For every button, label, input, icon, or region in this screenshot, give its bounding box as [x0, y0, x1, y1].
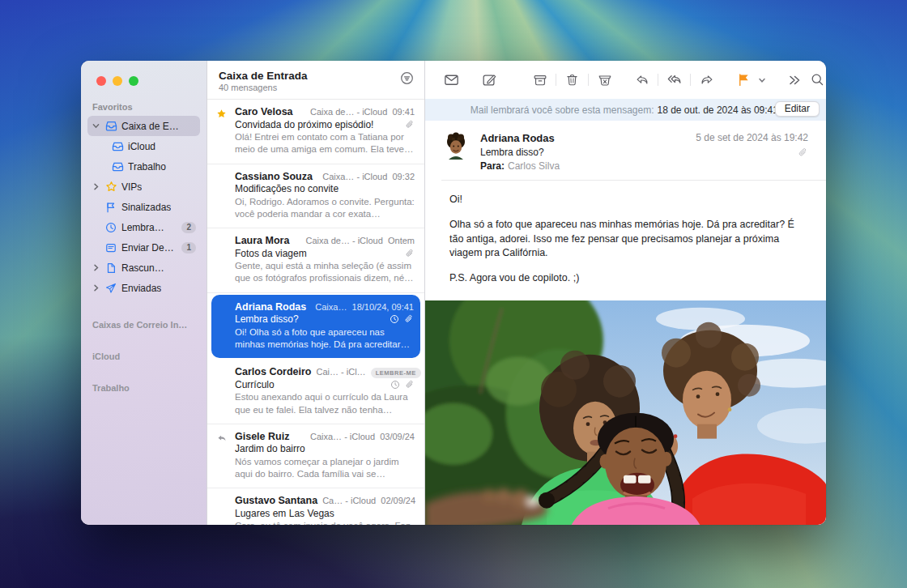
junk-button[interactable] [593, 70, 616, 91]
message-header: Adriana Rodas Lembra disso? Para:Carlos … [425, 121, 826, 180]
close-window-button[interactable] [96, 76, 106, 86]
compose-button[interactable] [477, 70, 500, 91]
reply-button[interactable] [630, 70, 654, 91]
banner-datetime: 18 de out. de 2024 às 09:41. [657, 104, 781, 116]
sidebar-item-label: iCloud [128, 141, 155, 152]
search-button[interactable] [806, 70, 826, 91]
email-mailbox: Ca… - iCloud [322, 496, 376, 505]
forward-button[interactable] [695, 70, 718, 91]
mailbox-title: Caixa de Entrada [219, 70, 413, 82]
flag-icon [104, 201, 117, 214]
reply-all-button[interactable] [662, 70, 686, 91]
sender-avatar[interactable] [441, 132, 471, 161]
zoom-window-button[interactable] [129, 76, 138, 86]
remind-clock-icon [390, 314, 399, 324]
document-icon [104, 262, 117, 275]
chevron-right-icon[interactable] [92, 284, 100, 292]
sidebar-item-sent[interactable]: Enviadas [87, 278, 200, 298]
more-toolbar-items-button[interactable] [782, 70, 806, 91]
email-sender: Laura Mora [235, 235, 289, 246]
send-later-icon [104, 241, 117, 254]
email-subject: Fotos da viagem [235, 248, 405, 259]
sidebar-item-label: Caixa de E… [121, 121, 179, 132]
sidebar-item-vips[interactable]: VIPs [87, 177, 200, 197]
email-sender: Cassiano Souza [235, 171, 313, 182]
sidebar-item-flagged[interactable]: Sinalizadas [87, 197, 200, 217]
chevron-down-icon[interactable] [92, 122, 100, 130]
message-subject: Lembra disso? [480, 147, 696, 158]
email-row[interactable]: Cassiano Souza Caixa… - iCloud 09:32 Mod… [207, 164, 424, 229]
email-mailbox: Caixa de… - iCloud [310, 107, 387, 117]
email-row[interactable]: Carlos Cordeiro Cai… - iCl… LEMBRE-ME Cu… [207, 360, 424, 424]
photo-attachment[interactable] [425, 300, 826, 525]
paperclip-icon [405, 120, 415, 130]
sidebar-section-favorites: Favoritos [87, 99, 200, 116]
email-subject: Lembra disso? [235, 313, 390, 325]
sidebar-item-send-later[interactable]: Enviar Dep… 1 [87, 237, 200, 258]
flag-button[interactable] [732, 70, 756, 91]
sidebar-item-label: VIPs [121, 181, 142, 193]
body-greeting: Oi! [449, 193, 805, 207]
inbox-icon [111, 160, 124, 173]
edit-reminder-button[interactable]: Editar [775, 101, 820, 117]
email-mailbox: Caixa… - iCloud [322, 172, 387, 181]
sidebar-item-inbox[interactable]: Caixa de E… [87, 116, 200, 136]
email-mailbox: Caixa… - iCloud [310, 432, 375, 441]
remind-me-banner: Mail lembrará você sobre esta mensagem: … [425, 99, 826, 121]
sidebar-item-label: Lembra… [121, 222, 164, 233]
email-sender: Caro Velosa [235, 106, 293, 117]
email-time: 02/09/24 [381, 496, 415, 505]
email-row[interactable]: Laura Mora Caixa de… - iCloud Ontem Foto… [207, 228, 424, 293]
inbox-icon [104, 120, 117, 133]
sidebar-item-label: Rascun… [121, 262, 164, 274]
sidebar-item-remind-me[interactable]: Lembra… 2 [87, 217, 200, 237]
archive-button[interactable] [528, 70, 551, 91]
email-mailbox: Caixa de… - iCloud [305, 236, 382, 245]
email-row[interactable]: Gustavo Santana Ca… - iCloud 02/09/24 Lu… [207, 488, 424, 525]
paperclip-icon [404, 314, 414, 324]
window-controls [81, 76, 207, 86]
flag-options-chevron-icon[interactable] [756, 70, 769, 91]
sidebar-item-label: Enviadas [121, 283, 161, 294]
email-preview: Olá! Entrei em contato com a Tatiana por… [235, 131, 415, 156]
email-preview: Estou anexando aqui o currículo da Laura… [235, 391, 415, 416]
paper-plane-icon [104, 282, 117, 295]
email-row[interactable]: Caro Velosa Caixa de… - iCloud 09:41 Con… [207, 100, 424, 164]
star-icon [104, 181, 117, 194]
reading-pane: Mail lembrará você sobre esta mensagem: … [425, 61, 826, 525]
body-paragraph: Olha só a foto que apareceu nas minhas m… [449, 218, 805, 261]
filter-button[interactable] [400, 71, 414, 85]
minimize-window-button[interactable] [113, 76, 122, 86]
message-sender-name: Adriana Rodas [480, 132, 696, 144]
email-subject: Lugares em Las Vegas [235, 508, 415, 519]
sidebar: Favoritos Caixa de E… iCloud [81, 61, 207, 525]
sidebar-item-inbox-icloud[interactable]: iCloud [87, 136, 200, 156]
chevron-right-icon[interactable] [92, 264, 100, 271]
trash-button[interactable] [560, 70, 584, 91]
email-row-selected[interactable]: Adriana Rodas Caixa… 18/10/24, 09:41 Lem… [211, 295, 420, 359]
email-preview: Gente, aqui está a minha seleção (é assi… [235, 260, 415, 285]
count-badge: 1 [181, 242, 196, 254]
mail-window: Favoritos Caixa de E… iCloud [81, 61, 826, 525]
sidebar-section-work: Trabalho [81, 383, 207, 393]
banner-text: Mail lembrará você sobre esta mensagem: [471, 104, 654, 116]
message-rows: Caro Velosa Caixa de… - iCloud 09:41 Con… [207, 100, 424, 525]
get-mail-button[interactable] [440, 70, 463, 91]
email-sender: Gustavo Santana [235, 495, 317, 506]
inbox-icon [111, 140, 124, 153]
chevron-right-icon[interactable] [92, 183, 100, 190]
attachment-paperclip-icon[interactable] [696, 147, 808, 158]
sidebar-section-other-mailboxes: Caixas de Correio In… [81, 320, 207, 330]
paperclip-icon [405, 249, 415, 258]
sidebar-item-inbox-trabalho[interactable]: Trabalho [87, 156, 200, 177]
email-sender: Carlos Cordeiro [235, 366, 311, 377]
recipient-name: Carlos Silva [508, 160, 560, 172]
email-row[interactable]: Gisele Ruiz Caixa… - iCloud 03/09/24 Jar… [207, 424, 424, 489]
email-subject: Currículo [235, 379, 390, 390]
clock-icon [104, 221, 117, 234]
sidebar-item-label: Trabalho [128, 161, 166, 173]
sidebar-item-drafts[interactable]: Rascun… [87, 258, 200, 278]
email-time: Ontem [388, 236, 415, 245]
message-list: Caixa de Entrada 40 mensagens Caro Velos… [207, 61, 425, 525]
sidebar-section-icloud: iCloud [81, 352, 207, 361]
